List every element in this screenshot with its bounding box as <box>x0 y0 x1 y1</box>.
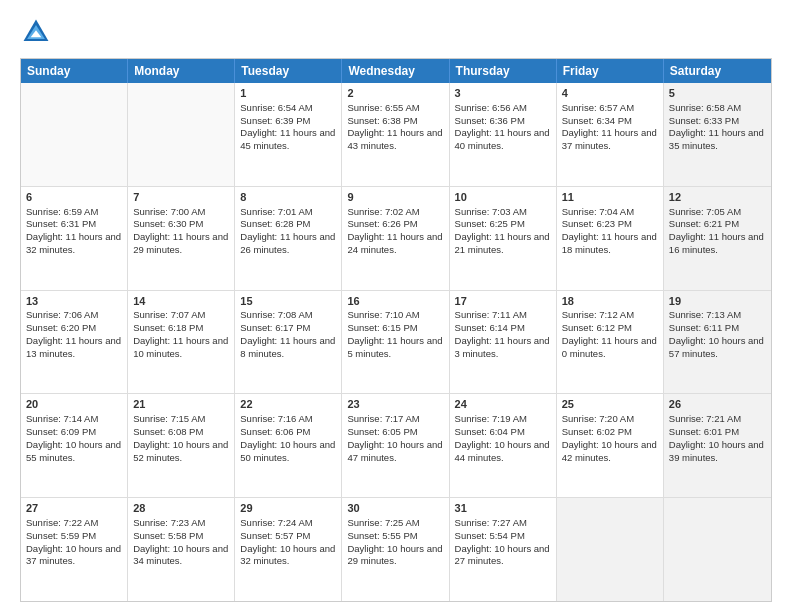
day-number: 19 <box>669 294 766 309</box>
sunrise-text: Sunrise: 7:10 AM <box>347 309 419 320</box>
daylight-text: Daylight: 11 hours and 40 minutes. <box>455 127 550 151</box>
sunset-text: Sunset: 6:11 PM <box>669 322 739 333</box>
sunset-text: Sunset: 6:04 PM <box>455 426 525 437</box>
sunrise-text: Sunrise: 7:21 AM <box>669 413 741 424</box>
day-number: 9 <box>347 190 443 205</box>
sunrise-text: Sunrise: 7:16 AM <box>240 413 312 424</box>
day-number: 5 <box>669 86 766 101</box>
sunrise-text: Sunrise: 7:01 AM <box>240 206 312 217</box>
calendar-row-4: 20Sunrise: 7:14 AMSunset: 6:09 PMDayligh… <box>21 394 771 498</box>
sunset-text: Sunset: 6:17 PM <box>240 322 310 333</box>
daylight-text: Daylight: 11 hours and 43 minutes. <box>347 127 442 151</box>
sunrise-text: Sunrise: 7:20 AM <box>562 413 634 424</box>
sunrise-text: Sunrise: 6:57 AM <box>562 102 634 113</box>
sunset-text: Sunset: 5:57 PM <box>240 530 310 541</box>
calendar-cell-day-16: 16Sunrise: 7:10 AMSunset: 6:15 PMDayligh… <box>342 291 449 394</box>
calendar-cell-day-6: 6Sunrise: 6:59 AMSunset: 6:31 PMDaylight… <box>21 187 128 290</box>
sunset-text: Sunset: 6:09 PM <box>26 426 96 437</box>
calendar-cell-day-1: 1Sunrise: 6:54 AMSunset: 6:39 PMDaylight… <box>235 83 342 186</box>
sunset-text: Sunset: 5:58 PM <box>133 530 203 541</box>
calendar-cell-day-20: 20Sunrise: 7:14 AMSunset: 6:09 PMDayligh… <box>21 394 128 497</box>
sunset-text: Sunset: 6:30 PM <box>133 218 203 229</box>
daylight-text: Daylight: 11 hours and 35 minutes. <box>669 127 764 151</box>
daylight-text: Daylight: 11 hours and 32 minutes. <box>26 231 121 255</box>
sunrise-text: Sunrise: 7:13 AM <box>669 309 741 320</box>
day-number: 22 <box>240 397 336 412</box>
daylight-text: Daylight: 11 hours and 10 minutes. <box>133 335 228 359</box>
day-number: 10 <box>455 190 551 205</box>
daylight-text: Daylight: 11 hours and 45 minutes. <box>240 127 335 151</box>
day-number: 3 <box>455 86 551 101</box>
day-number: 27 <box>26 501 122 516</box>
day-number: 15 <box>240 294 336 309</box>
sunset-text: Sunset: 6:12 PM <box>562 322 632 333</box>
header-cell-thursday: Thursday <box>450 59 557 83</box>
calendar-cell-day-31: 31Sunrise: 7:27 AMSunset: 5:54 PMDayligh… <box>450 498 557 601</box>
daylight-text: Daylight: 10 hours and 52 minutes. <box>133 439 228 463</box>
sunset-text: Sunset: 6:39 PM <box>240 115 310 126</box>
daylight-text: Daylight: 11 hours and 13 minutes. <box>26 335 121 359</box>
calendar-cell-day-18: 18Sunrise: 7:12 AMSunset: 6:12 PMDayligh… <box>557 291 664 394</box>
sunrise-text: Sunrise: 7:23 AM <box>133 517 205 528</box>
sunset-text: Sunset: 5:59 PM <box>26 530 96 541</box>
sunset-text: Sunset: 6:01 PM <box>669 426 739 437</box>
day-number: 25 <box>562 397 658 412</box>
day-number: 7 <box>133 190 229 205</box>
calendar-cell-day-25: 25Sunrise: 7:20 AMSunset: 6:02 PMDayligh… <box>557 394 664 497</box>
sunset-text: Sunset: 6:26 PM <box>347 218 417 229</box>
header-cell-monday: Monday <box>128 59 235 83</box>
daylight-text: Daylight: 10 hours and 47 minutes. <box>347 439 442 463</box>
day-number: 14 <box>133 294 229 309</box>
daylight-text: Daylight: 11 hours and 18 minutes. <box>562 231 657 255</box>
calendar-cell-day-7: 7Sunrise: 7:00 AMSunset: 6:30 PMDaylight… <box>128 187 235 290</box>
sunrise-text: Sunrise: 6:58 AM <box>669 102 741 113</box>
day-number: 16 <box>347 294 443 309</box>
calendar-cell-day-5: 5Sunrise: 6:58 AMSunset: 6:33 PMDaylight… <box>664 83 771 186</box>
day-number: 26 <box>669 397 766 412</box>
sunset-text: Sunset: 6:33 PM <box>669 115 739 126</box>
day-number: 4 <box>562 86 658 101</box>
sunset-text: Sunset: 6:02 PM <box>562 426 632 437</box>
sunset-text: Sunset: 6:05 PM <box>347 426 417 437</box>
calendar-cell-day-30: 30Sunrise: 7:25 AMSunset: 5:55 PMDayligh… <box>342 498 449 601</box>
calendar-cell-empty <box>664 498 771 601</box>
sunset-text: Sunset: 6:21 PM <box>669 218 739 229</box>
calendar-cell-day-3: 3Sunrise: 6:56 AMSunset: 6:36 PMDaylight… <box>450 83 557 186</box>
calendar-cell-day-26: 26Sunrise: 7:21 AMSunset: 6:01 PMDayligh… <box>664 394 771 497</box>
calendar-cell-day-13: 13Sunrise: 7:06 AMSunset: 6:20 PMDayligh… <box>21 291 128 394</box>
day-number: 1 <box>240 86 336 101</box>
daylight-text: Daylight: 10 hours and 57 minutes. <box>669 335 764 359</box>
header-cell-wednesday: Wednesday <box>342 59 449 83</box>
day-number: 2 <box>347 86 443 101</box>
daylight-text: Daylight: 10 hours and 29 minutes. <box>347 543 442 567</box>
daylight-text: Daylight: 10 hours and 50 minutes. <box>240 439 335 463</box>
sunset-text: Sunset: 6:20 PM <box>26 322 96 333</box>
daylight-text: Daylight: 11 hours and 8 minutes. <box>240 335 335 359</box>
daylight-text: Daylight: 11 hours and 0 minutes. <box>562 335 657 359</box>
calendar-cell-day-21: 21Sunrise: 7:15 AMSunset: 6:08 PMDayligh… <box>128 394 235 497</box>
calendar-cell-day-12: 12Sunrise: 7:05 AMSunset: 6:21 PMDayligh… <box>664 187 771 290</box>
sunset-text: Sunset: 6:38 PM <box>347 115 417 126</box>
daylight-text: Daylight: 10 hours and 55 minutes. <box>26 439 121 463</box>
calendar-cell-day-27: 27Sunrise: 7:22 AMSunset: 5:59 PMDayligh… <box>21 498 128 601</box>
sunrise-text: Sunrise: 7:15 AM <box>133 413 205 424</box>
day-number: 20 <box>26 397 122 412</box>
daylight-text: Daylight: 11 hours and 24 minutes. <box>347 231 442 255</box>
calendar: SundayMondayTuesdayWednesdayThursdayFrid… <box>20 58 772 602</box>
sunrise-text: Sunrise: 6:55 AM <box>347 102 419 113</box>
calendar-cell-day-4: 4Sunrise: 6:57 AMSunset: 6:34 PMDaylight… <box>557 83 664 186</box>
daylight-text: Daylight: 10 hours and 27 minutes. <box>455 543 550 567</box>
daylight-text: Daylight: 11 hours and 16 minutes. <box>669 231 764 255</box>
calendar-row-2: 6Sunrise: 6:59 AMSunset: 6:31 PMDaylight… <box>21 187 771 291</box>
sunrise-text: Sunrise: 7:08 AM <box>240 309 312 320</box>
calendar-cell-day-15: 15Sunrise: 7:08 AMSunset: 6:17 PMDayligh… <box>235 291 342 394</box>
daylight-text: Daylight: 10 hours and 44 minutes. <box>455 439 550 463</box>
daylight-text: Daylight: 11 hours and 26 minutes. <box>240 231 335 255</box>
sunrise-text: Sunrise: 6:56 AM <box>455 102 527 113</box>
sunset-text: Sunset: 6:25 PM <box>455 218 525 229</box>
calendar-cell-day-19: 19Sunrise: 7:13 AMSunset: 6:11 PMDayligh… <box>664 291 771 394</box>
day-number: 24 <box>455 397 551 412</box>
calendar-cell-empty <box>21 83 128 186</box>
calendar-cell-day-23: 23Sunrise: 7:17 AMSunset: 6:05 PMDayligh… <box>342 394 449 497</box>
calendar-cell-day-8: 8Sunrise: 7:01 AMSunset: 6:28 PMDaylight… <box>235 187 342 290</box>
